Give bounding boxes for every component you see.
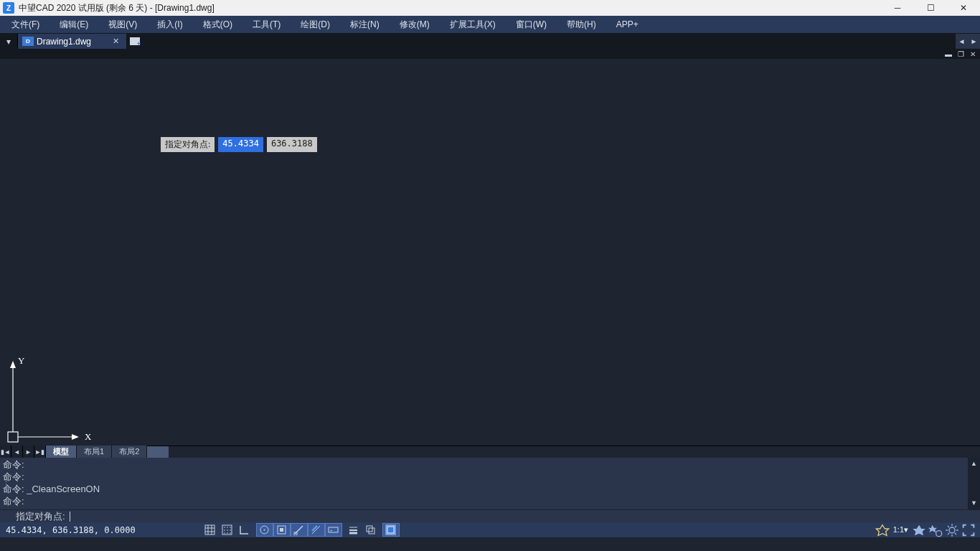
layout-nav-last[interactable]: ►▮ [34, 446, 46, 458]
svg-point-15 [227, 529, 228, 531]
ortho-mode-button[interactable] [236, 523, 253, 537]
mdi-controls: ▬ ❐ ✕ [0, 49, 980, 59]
svg-rect-5 [205, 525, 215, 534]
menu-view[interactable]: 视图(V) [98, 16, 147, 33]
menu-file[interactable]: 文件(F) [1, 16, 50, 33]
menu-bar: 文件(F) 编辑(E) 视图(V) 插入(I) 格式(O) 工具(T) 绘图(D… [0, 16, 980, 34]
document-tab[interactable]: D Drawing1.dwg ✕ [18, 34, 127, 49]
status-bar: 45.4334, 636.3188, 0.0000 + 1:1▾ [0, 522, 980, 537]
cmd-line: 命令: [3, 471, 977, 483]
svg-point-11 [224, 527, 225, 528]
close-button[interactable]: ✕ [947, 0, 980, 16]
mdi-close-button[interactable]: ✕ [970, 50, 976, 58]
ucs-y-label: Y [18, 355, 24, 367]
svg-rect-0 [8, 432, 18, 442]
lineweight-button[interactable] [308, 523, 325, 537]
document-tab-label: Drawing1.dwg [37, 37, 91, 47]
command-input[interactable]: 指定对角点: [0, 509, 980, 522]
command-prompt: 指定对角点: [16, 510, 65, 523]
svg-point-16 [230, 529, 231, 531]
layout-tab-1[interactable]: 布局1 [77, 446, 112, 458]
tooltip-y-value[interactable]: 636.3188 [267, 137, 317, 152]
show-lineweight-button[interactable] [345, 523, 362, 537]
svg-point-13 [230, 527, 231, 528]
menu-tool[interactable]: 工具(T) [242, 16, 291, 33]
tooltip-label: 指定对角点: [161, 137, 215, 152]
layout-nav-first[interactable]: ▮◄ [0, 446, 11, 458]
tabs-dropdown-button[interactable]: ▾ [0, 34, 18, 49]
svg-marker-4 [10, 361, 16, 368]
svg-rect-33 [367, 526, 372, 532]
tooltip-x-value[interactable]: 45.4334 [218, 137, 263, 152]
scroll-down-icon[interactable]: ▼ [968, 497, 980, 509]
resize-grip-icon[interactable]: ⋮ [0, 458, 12, 509]
annotation-auto-icon[interactable] [928, 523, 943, 537]
menu-edit[interactable]: 编辑(E) [50, 16, 98, 33]
svg-point-19 [230, 532, 231, 534]
mdi-minimize-button[interactable]: ▬ [945, 50, 952, 58]
coordinate-display[interactable]: 45.4334, 636.3188, 0.0000 [0, 525, 141, 535]
title-bar: Z 中望CAD 2020 试用版 (剩余 6 天) - [Drawing1.dw… [0, 0, 980, 16]
maximize-button[interactable]: ☐ [914, 0, 947, 16]
minimize-button[interactable]: ─ [881, 0, 914, 16]
new-file-icon [130, 37, 140, 45]
svg-line-27 [312, 526, 317, 531]
layout-tab-bar: ▮◄ ◄ ► ►▮ 模型 布局1 布局2 [0, 446, 980, 458]
mdi-restore-button[interactable]: ❐ [958, 50, 964, 58]
menu-extended[interactable]: 扩展工具(X) [440, 16, 506, 33]
menu-window[interactable]: 窗口(W) [506, 16, 557, 33]
tab-nav-right[interactable]: ► [968, 34, 980, 49]
polar-tracking-button[interactable] [256, 523, 273, 537]
scale-display[interactable]: 1:1▾ [892, 525, 910, 534]
cmd-line: 命令: [3, 495, 977, 507]
layout-nav-next[interactable]: ► [23, 446, 34, 458]
tab-nav-left[interactable]: ◄ [956, 34, 968, 49]
ucs-x-label: X [85, 431, 91, 443]
settings-gear-icon[interactable] [945, 523, 959, 537]
layout-nav-prev[interactable]: ◄ [11, 446, 23, 458]
svg-point-12 [227, 527, 228, 528]
svg-marker-2 [72, 434, 79, 440]
svg-point-14 [224, 529, 225, 531]
svg-rect-23 [280, 528, 283, 532]
svg-point-21 [264, 529, 265, 531]
svg-text:+: + [330, 528, 333, 532]
dynamic-input-tooltip: 指定对角点: 45.4334 636.3188 [161, 137, 317, 152]
otrack-button[interactable] [291, 523, 308, 537]
drawing-canvas[interactable]: 指定对角点: 45.4334 636.3188 X Y [0, 59, 980, 446]
window-title: 中望CAD 2020 试用版 (剩余 6 天) - [Drawing1.dwg] [17, 2, 881, 14]
svg-point-37 [936, 530, 942, 536]
command-history[interactable]: ⋮ 命令: 命令: 命令: _CleanScreenON 命令: ▲ ▼ [0, 458, 980, 509]
layout-tab-2[interactable]: 布局2 [112, 446, 147, 458]
layout-tab-model[interactable]: 模型 [46, 446, 77, 458]
new-tab-button[interactable] [127, 34, 143, 49]
scroll-up-icon[interactable]: ▲ [968, 458, 980, 470]
cmd-line: 命令: _CleanScreenON [3, 483, 977, 495]
dynamic-input-button[interactable]: + [325, 523, 342, 537]
fullscreen-icon[interactable] [961, 523, 976, 537]
document-tab-strip: ▾ D Drawing1.dwg ✕ ◄ ► [0, 34, 980, 49]
svg-point-38 [949, 527, 955, 533]
grid-display-button[interactable] [219, 523, 236, 537]
snap-grid-button[interactable] [202, 523, 219, 537]
osnap-button[interactable] [273, 523, 291, 537]
menu-modify[interactable]: 修改(M) [390, 16, 440, 33]
annotation-scale-icon[interactable] [875, 523, 890, 537]
svg-point-17 [224, 532, 225, 534]
menu-help[interactable]: 帮助(H) [557, 16, 606, 33]
svg-point-18 [227, 532, 228, 534]
text-caret [70, 512, 70, 522]
menu-annotate[interactable]: 标注(N) [340, 16, 390, 33]
model-space-button[interactable] [382, 523, 400, 537]
cycle-button[interactable] [362, 523, 380, 537]
layout-scrollbar[interactable] [147, 446, 980, 458]
annotation-visibility-icon[interactable] [912, 523, 926, 537]
menu-insert[interactable]: 插入(I) [147, 16, 192, 33]
svg-rect-34 [369, 528, 374, 534]
menu-app[interactable]: APP+ [606, 16, 649, 33]
menu-format[interactable]: 格式(O) [193, 16, 242, 33]
close-tab-icon[interactable]: ✕ [113, 37, 119, 46]
history-scrollbar[interactable]: ▲ ▼ [968, 458, 980, 509]
menu-draw[interactable]: 绘图(D) [291, 16, 340, 33]
dwg-file-icon: D [22, 37, 34, 46]
